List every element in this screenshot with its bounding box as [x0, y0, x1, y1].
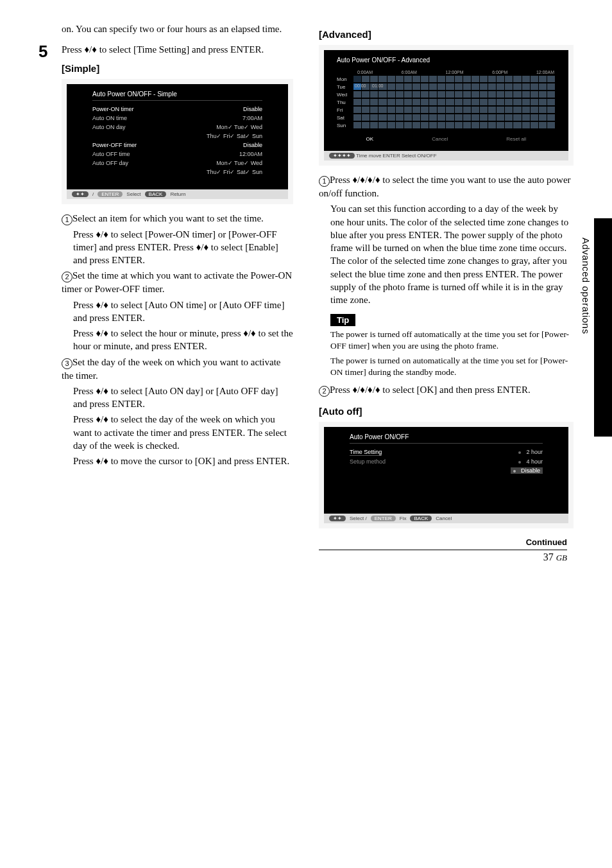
circled-3: 3 [62, 358, 72, 369]
simple-2b: Press ♦/♦ to select [Auto ON time] or [A… [73, 299, 293, 325]
simple-1b: Press ♦/♦ to select [Power-ON timer] or … [73, 228, 293, 267]
simple-3c: Press ♦/♦ to select the day of the week … [73, 413, 293, 452]
advanced-heading: [Advanced] [319, 29, 574, 40]
circled-1: 1 [62, 214, 72, 225]
region-code: GB [556, 553, 567, 562]
step-number-5: 5 [38, 43, 53, 470]
simple-3a: Set the day of the week on which you wan… [62, 357, 281, 381]
arrows-icon: ✦✦ [72, 191, 89, 197]
simple-heading: [Simple] [62, 63, 293, 74]
simple-osd-footer: ✦✦/ ENTER Select BACK Return [67, 189, 288, 199]
arrows-icon: ✦✦✦✦ [329, 153, 355, 159]
adv-1b: You can set this function according to a… [330, 202, 574, 306]
simple-osd: Auto Power ON/OFF - Simple Power-ON time… [62, 79, 293, 204]
autooff-osd-footer: ✦✦ Select / ENTER Fix BACK Cancel [324, 514, 568, 523]
adv-1a: Press ♦/♦/♦/♦ to select the time you wan… [319, 175, 571, 198]
circled-2: 2 [62, 272, 72, 282]
hidden-step-num [38, 22, 53, 38]
right-column: [Advanced] Auto Power ON/OFF - Advanced … [319, 22, 574, 563]
adv-2: Press ♦/♦/♦/♦ to select [OK] and then pr… [330, 385, 531, 395]
intro-text: on. You can specify two or four hours as… [62, 22, 293, 35]
advanced-osd-title: Auto Power ON/OFF - Advanced [337, 56, 556, 66]
simple-2c: Press ♦/♦ to select the hour or minute, … [73, 327, 293, 353]
arrows-icon: ✦✦ [329, 516, 346, 521]
tip-badge: Tip [330, 314, 355, 326]
tip-text-1: The power is turned off automatically at… [330, 329, 574, 352]
simple-2a: Set the time at which you want to activa… [62, 270, 292, 294]
page-number: 37 [543, 551, 554, 562]
step5-text: Press ♦/♦ to select [Time Setting] and p… [62, 43, 293, 56]
advanced-osd: Auto Power ON/OFF - Advanced 0:00AM 6:00… [319, 45, 574, 166]
simple-3d: Press ♦/♦ to move the cursor to [OK] and… [73, 455, 293, 467]
adv-circled-2: 2 [319, 386, 330, 397]
left-column: on. You can specify two or four hours as… [38, 22, 293, 563]
adv-circled-1: 1 [319, 176, 330, 187]
page-footer: Continued 37 GB [319, 537, 574, 563]
tip-text-2: The power is turned on automatically at … [330, 355, 574, 378]
autooff-heading: [Auto off] [319, 406, 574, 417]
continued-label: Continued [319, 537, 567, 547]
simple-3b: Press ♦/♦ to select [Auto ON day] or [Au… [73, 385, 293, 411]
simple-1a: Select an item for which you want to set… [72, 213, 264, 223]
simple-osd-title: Auto Power ON/OFF - Simple [92, 91, 262, 101]
autooff-osd-title: Auto Power ON/OFF [350, 433, 543, 444]
advanced-osd-footer: ✦✦✦✦ Time move ENTER Select ON/OFF [324, 151, 568, 161]
autooff-osd: Auto Power ON/OFF Time Setting 2 hour Se… [319, 422, 574, 528]
